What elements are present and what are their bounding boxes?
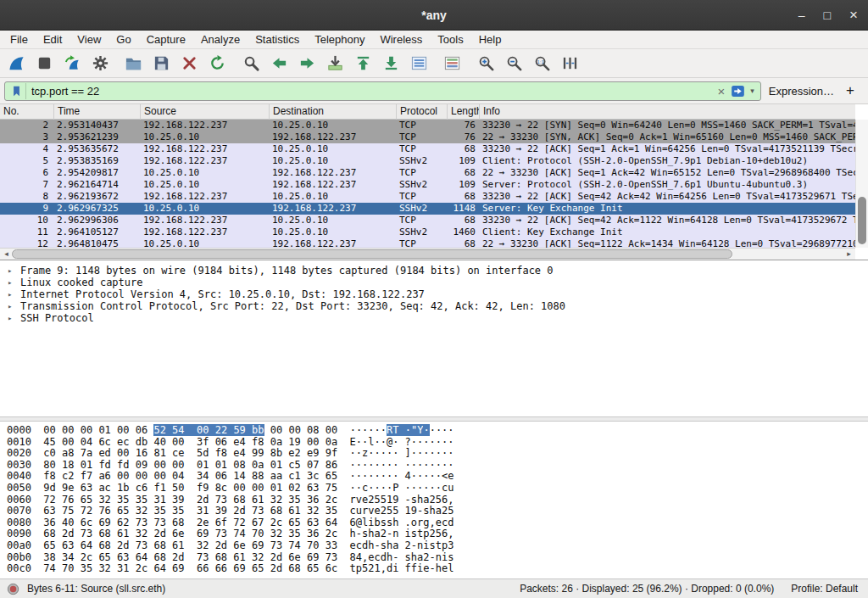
expert-info-icon[interactable] [7, 583, 19, 595]
close-file-button[interactable] [175, 52, 203, 75]
hex-line-00a0[interactable]: 00a0 65 63 64 68 2d 73 68 61 32 2d 6e 69… [7, 540, 868, 552]
packet-row-3[interactable]: 32.95362123910.25.0.10192.168.122.237TCP… [0, 131, 855, 143]
go-last-packet-button[interactable] [377, 52, 405, 75]
detail-line-1[interactable]: ▸Linux cooked capture [0, 277, 868, 288]
expand-arrow-icon[interactable]: ▸ [8, 277, 12, 288]
filter-history-dropdown-icon[interactable]: ▾ [747, 87, 758, 95]
resize-columns-button[interactable] [556, 52, 584, 75]
hex-line-0060[interactable]: 0060 72 76 65 32 35 35 31 39 2d 73 68 61… [7, 495, 868, 506]
status-profile[interactable]: Profile: Default [791, 583, 861, 595]
hex-line-0050[interactable]: 0050 9d 9e 63 ac 1b c6 f1 50 f9 8c 00 00… [7, 483, 868, 495]
packet-row-6[interactable]: 62.95420981710.25.0.10192.168.122.237TCP… [0, 167, 855, 179]
packet-row-2[interactable]: 22.953140437192.168.122.23710.25.0.10TCP… [0, 120, 855, 131]
scroll-right-icon[interactable]: ▸ [843, 249, 854, 260]
hex-dump-pane: 0000 00 00 00 01 00 06 52 54 00 22 59 bb… [0, 422, 868, 578]
colorize-packets-button[interactable] [438, 52, 466, 75]
detail-line-4[interactable]: ▸SSH Protocol [0, 312, 868, 324]
packet-row-5[interactable]: 52.953835169192.168.122.23710.25.0.10SSH… [0, 155, 855, 167]
packet-row-8[interactable]: 82.962193672192.168.122.23710.25.0.10TCP… [0, 191, 855, 203]
menu-tools[interactable]: Tools [430, 31, 470, 49]
packet-list-hscrollbar[interactable]: ◂ ▸ [0, 248, 855, 260]
scroll-left-icon[interactable]: ◂ [1, 249, 12, 260]
apply-filter-icon[interactable] [729, 83, 747, 99]
stop-capture-button[interactable] [31, 52, 58, 75]
start-capture-button[interactable] [3, 52, 31, 75]
packet-source: 10.25.0.10 [141, 167, 270, 179]
expand-arrow-icon[interactable]: ▸ [8, 300, 12, 312]
hex-line-0020[interactable]: 0020 c0 a8 7a ed 00 16 81 ce 5d f8 e4 99… [7, 448, 868, 460]
menu-capture[interactable]: Capture [139, 31, 193, 49]
expand-arrow-icon[interactable]: ▸ [8, 288, 12, 300]
menu-file[interactable]: File [3, 31, 36, 49]
expand-arrow-icon[interactable]: ▸ [8, 312, 12, 324]
hex-line-0070[interactable]: 0070 63 75 72 76 65 32 35 35 31 39 2d 73… [7, 506, 868, 517]
zoom-out-button[interactable] [500, 52, 528, 75]
find-packet-button[interactable] [237, 52, 265, 75]
column-header-no[interactable]: No. [0, 104, 54, 120]
menu-go[interactable]: Go [108, 31, 138, 49]
open-file-button[interactable] [120, 52, 147, 75]
hex-line-0000[interactable]: 0000 00 00 00 01 00 06 52 54 00 22 59 bb… [7, 425, 868, 437]
column-header-length[interactable]: Length [448, 104, 480, 120]
column-header-source[interactable]: Source [141, 104, 270, 120]
detail-line-2[interactable]: ▸Internet Protocol Version 4, Src: 10.25… [0, 288, 868, 300]
menu-help[interactable]: Help [471, 31, 509, 49]
hex-line-0030[interactable]: 0030 80 18 01 fd fd 09 00 00 01 01 08 0a… [7, 460, 868, 472]
packet-destination: 10.25.0.10 [270, 191, 397, 203]
hex-line-00c0[interactable]: 00c0 74 70 35 32 31 2c 64 69 66 66 69 65… [7, 563, 868, 575]
column-header-protocol[interactable]: Protocol [397, 104, 448, 120]
reload-file-button[interactable] [203, 52, 231, 75]
expand-arrow-icon[interactable]: ▸ [8, 265, 12, 277]
expression-button[interactable]: Expression… [769, 85, 834, 98]
auto-scroll-button[interactable] [405, 52, 433, 75]
go-to-packet-button[interactable] [321, 52, 349, 75]
detail-line-3[interactable]: ▸Transmission Control Protocol, Src Port… [0, 300, 868, 312]
menu-statistics[interactable]: Statistics [248, 31, 307, 49]
bookmark-icon[interactable] [8, 83, 26, 99]
reload-file-icon [209, 54, 226, 72]
detail-line-0[interactable]: ▸Frame 9: 1148 bytes on wire (9184 bits)… [0, 265, 868, 277]
zoom-in-button[interactable] [472, 52, 500, 75]
go-first-packet-button[interactable] [349, 52, 377, 75]
packet-source: 192.168.122.237 [141, 191, 270, 203]
zoom-reset-button[interactable]: 1:1 [528, 52, 556, 75]
packet-destination: 192.168.122.237 [270, 131, 397, 143]
add-filter-button[interactable]: + [834, 82, 864, 99]
column-header-time[interactable]: Time [54, 104, 141, 120]
hex-line-0010[interactable]: 0010 45 00 04 6c ec db 40 00 3f 06 e4 f8… [7, 437, 868, 449]
packet-info: Client: Key Exchange Init [480, 226, 855, 238]
minimize-button[interactable]: – [798, 8, 805, 22]
column-header-destination[interactable]: Destination [270, 104, 397, 120]
clear-filter-icon[interactable]: × [713, 83, 729, 99]
hex-line-00b0[interactable]: 00b0 38 34 2c 65 63 64 68 2d 73 68 61 32… [7, 552, 868, 564]
packet-row-10[interactable]: 102.962996306192.168.122.23710.25.0.10TC… [0, 215, 855, 226]
capture-options-button[interactable] [86, 52, 114, 75]
vscroll-thumb[interactable] [858, 197, 866, 244]
title-bar[interactable]: *any – □ × [0, 0, 868, 31]
detail-text: Internet Protocol Version 4, Src: 10.25.… [20, 288, 425, 300]
packet-row-4[interactable]: 42.953635672192.168.122.23710.25.0.10TCP… [0, 143, 855, 155]
hex-line-0090[interactable]: 0090 68 2d 73 68 61 32 2d 6e 69 73 74 70… [7, 528, 868, 540]
menu-wireless[interactable]: Wireless [372, 31, 430, 49]
hex-line-0040[interactable]: 0040 f8 c2 f7 a6 00 00 00 04 34 06 14 88… [7, 471, 868, 483]
packet-row-9[interactable]: 92.96296732510.25.0.10192.168.122.237SSH… [0, 203, 855, 215]
restart-capture-button[interactable] [58, 52, 86, 75]
packet-row-11[interactable]: 112.964105127192.168.122.23710.25.0.10SS… [0, 226, 855, 238]
packet-length: 68 [448, 143, 480, 155]
menu-view[interactable]: View [70, 31, 108, 49]
column-header-info[interactable]: Info [480, 104, 855, 120]
zoom-reset-icon: 1:1 [533, 54, 551, 72]
go-back-button[interactable] [265, 52, 293, 75]
close-button[interactable]: × [849, 7, 858, 24]
hex-line-0080[interactable]: 0080 36 40 6c 69 62 73 73 68 2e 6f 72 67… [7, 517, 868, 529]
menu-analyze[interactable]: Analyze [193, 31, 248, 49]
menu-edit[interactable]: Edit [36, 31, 70, 49]
packet-list-vscrollbar[interactable] [855, 120, 868, 248]
maximize-button[interactable]: □ [824, 8, 831, 22]
packet-row-7[interactable]: 72.96216471410.25.0.10192.168.122.237SSH… [0, 179, 855, 191]
save-file-button[interactable] [147, 52, 175, 75]
hscroll-thumb[interactable] [12, 249, 732, 259]
go-forward-button[interactable] [293, 52, 321, 75]
filter-input[interactable] [26, 85, 713, 98]
menu-telephony[interactable]: Telephony [307, 31, 372, 49]
